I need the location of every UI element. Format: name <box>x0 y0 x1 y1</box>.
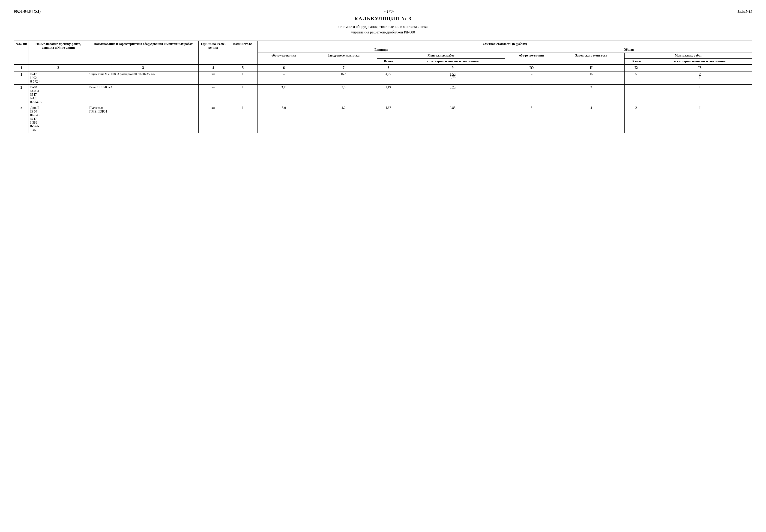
row-g-obo: 5 <box>505 105 558 133</box>
row-g-obo: 3 <box>505 85 558 105</box>
table-row: 3Доп.I2I5-0404-543I5-I7I-3868-574-– 45Пу… <box>14 105 752 133</box>
row-g-mont-all: I <box>625 85 648 105</box>
row-g-obo: – <box>505 71 558 85</box>
header-col-unit: Еди-ни-ца из-ме-ре-ния <box>198 41 228 65</box>
title-sub-line1: стоимости оборудования,изготовления и мо… <box>338 25 428 29</box>
row-g-zavod: 4 <box>558 105 625 133</box>
main-table: №№ пп Наиме-нование прейску-ранта, ценни… <box>14 41 752 133</box>
row-u-mont-all: 4,72 <box>377 71 400 85</box>
header-col-code: Наиме-нование прейску-ранта, ценника и №… <box>29 41 88 65</box>
col-num-12: I2 <box>625 65 648 71</box>
col-num-4: 4 <box>198 65 228 71</box>
header-col6: обо-ру-до-ва-ния <box>257 53 310 65</box>
row-u-zavod: 4,2 <box>310 105 377 133</box>
header-col-qty: Коли-чест-во <box>228 41 257 65</box>
col-num-6: 6 <box>257 65 310 71</box>
row-u-zavod: I6,3 <box>310 71 377 85</box>
row-g-mont-varp: I <box>648 105 752 133</box>
row-unit: шт <box>198 71 228 85</box>
header-unit: Единицы <box>257 47 505 53</box>
title-sub-line2: управления решеткой-дробилкой РД-600 <box>351 30 415 34</box>
header-col10: обо-ру-до-ва-ния <box>505 53 558 65</box>
doc-ref: 19581-11 <box>737 9 752 14</box>
row-code: Доп.I2I5-0404-543I5-I7I-3868-574-– 45 <box>29 105 88 133</box>
col-num-13: I3 <box>648 65 752 71</box>
header-general: Общая <box>505 47 752 53</box>
row-u-mont-varp: 1,580,79 <box>400 71 505 85</box>
table-row: 1I5-I7I-I028-572-4Ящик типа ЯУЭ 0863 раз… <box>14 71 752 85</box>
header-col8: Все-го <box>377 59 400 65</box>
col-num-8: 8 <box>377 65 400 71</box>
doc-code: 902-I-84.84 (XI) <box>14 9 41 14</box>
row-code: I5-04I3-053I5-I7I-4288-574-55 <box>29 85 88 105</box>
row-u-obo: 3,I5 <box>257 85 310 105</box>
header-col12: Все-го <box>625 59 648 65</box>
row-num: 1 <box>14 71 29 85</box>
row-u-obo: – <box>257 71 310 85</box>
row-num: 2 <box>14 85 29 105</box>
col-num-11: II <box>558 65 625 71</box>
row-qty: I <box>228 71 257 85</box>
row-qty: I <box>228 85 257 105</box>
title-main: КАЛЬКУЛЯЦИЯ № 3 <box>14 16 752 22</box>
col-num-1: 1 <box>14 65 29 71</box>
table-row: 2I5-04I3-053I5-I7I-4288-574-55Реле РТ 40… <box>14 85 752 105</box>
row-qty: I <box>228 105 257 133</box>
header-col-num: №№ пп <box>14 41 29 65</box>
row-u-mont-varp: 0,73 <box>400 85 505 105</box>
row-g-mont-varp: I <box>648 85 752 105</box>
header-smeta: Сметная стоимость (в рублях) <box>257 41 752 47</box>
row-u-obo: 5,0 <box>257 105 310 133</box>
row-u-zavod: 2,5 <box>310 85 377 105</box>
header-col9: в т.ч. варпл. основ.по экспл. машин <box>400 59 505 65</box>
row-g-zavod: 3 <box>558 85 625 105</box>
col-num-10: IO <box>505 65 558 71</box>
header-col13: в т.ч. зарпл. основ.по экспл. машин <box>648 59 752 65</box>
row-name: Ящик типа ЯУЭ 0863 размером 800х600х350м… <box>88 71 198 85</box>
header-col11: Завод-ского монта-жа <box>558 53 625 65</box>
row-code: I5-I7I-I028-572-4 <box>29 71 88 85</box>
col-num-7: 7 <box>310 65 377 71</box>
row-name: ПускательПМЕ-IIОIО4 <box>88 105 198 133</box>
row-g-mont-varp: 2I <box>648 71 752 85</box>
col-num-9: 9 <box>400 65 505 71</box>
row-u-mont-all: I,67 <box>377 105 400 133</box>
row-num: 3 <box>14 105 29 133</box>
header-mont-label2: Монтажных работ <box>625 53 752 59</box>
header-col-name: Наименование и характеристика оборудован… <box>88 41 198 65</box>
row-g-zavod: I6 <box>558 71 625 85</box>
row-name: Реле РТ 40/IОУ4 <box>88 85 198 105</box>
row-u-mont-varp: 0,85 <box>400 105 505 133</box>
row-unit: шт <box>198 105 228 133</box>
col-num-5: 5 <box>228 65 257 71</box>
page-number: - 170- <box>41 9 737 14</box>
header-mont-label: Монтажных работ <box>377 53 505 59</box>
header-col7: Завод-ского монта-жа <box>310 53 377 65</box>
row-g-mont-all: 5 <box>625 71 648 85</box>
row-g-mont-all: 2 <box>625 105 648 133</box>
col-num-3: 3 <box>88 65 198 71</box>
row-u-mont-all: I,I9 <box>377 85 400 105</box>
row-unit: шт <box>198 85 228 105</box>
col-num-2: 2 <box>29 65 88 71</box>
